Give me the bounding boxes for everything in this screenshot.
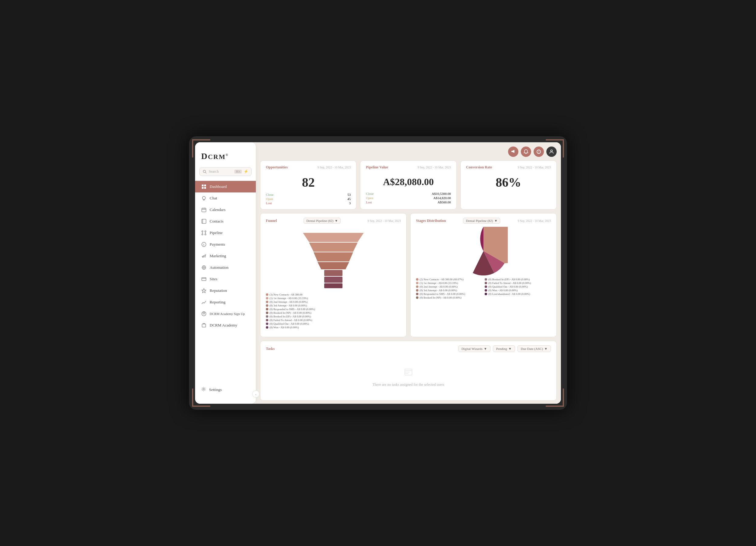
close-value: 53 bbox=[347, 193, 351, 196]
settings-item[interactable]: Settings bbox=[195, 382, 256, 398]
stages-filter-label: Dental Pipeline (82) bbox=[466, 219, 493, 222]
svg-marker-39 bbox=[314, 252, 353, 261]
outer-frame: DCRM® Search ⌘K ⚡ Dashboard bbox=[189, 136, 567, 410]
sidebar-item-payments[interactable]: $ Payments bbox=[195, 239, 256, 250]
funnel-filter-chevron: ▼ bbox=[335, 219, 338, 222]
app-logo: DCRM® bbox=[201, 151, 250, 161]
stages-filter-dropdown[interactable]: Dental Pipeline (82) ▼ bbox=[463, 218, 500, 224]
sidebar-item-dcrm-academy-signup[interactable]: DCRM Academy Sign Up bbox=[195, 308, 256, 320]
open-label: Open bbox=[266, 197, 273, 201]
stages-date: 9 Sep, 2022 - 10 Mar, 2023 bbox=[517, 219, 551, 222]
svg-marker-37 bbox=[303, 233, 364, 242]
sidebar-collapse-button[interactable]: ‹ bbox=[252, 390, 259, 398]
stages-filter-chevron: ▼ bbox=[494, 219, 498, 222]
funnel-legend-item-9: (0) Won - A$ 0.00 (0.00%) bbox=[266, 326, 401, 329]
lost-value: 3 bbox=[349, 201, 351, 205]
svg-text:$: $ bbox=[203, 243, 204, 246]
pie-legend-item-0: (2) New Contacts - A$ 300.00 (66.67%) bbox=[416, 278, 482, 281]
svg-point-6 bbox=[202, 196, 205, 199]
tasks-empty-message: There are no tasks assigned for the sele… bbox=[373, 383, 444, 387]
sidebar-item-dashboard[interactable]: Dashboard bbox=[195, 181, 256, 192]
svg-rect-5 bbox=[204, 187, 206, 189]
automation-icon bbox=[201, 265, 207, 270]
svg-line-1 bbox=[205, 172, 207, 173]
tasks-user-filter[interactable]: Digital Wizards ▼ bbox=[458, 345, 490, 352]
pipeline-value-date: 9 Sep, 2022 - 10 Mar, 2023 bbox=[418, 166, 451, 169]
pie-legend-item-6: (0) Booked In (EP) - A$ 0.00 (0.00%) bbox=[485, 278, 551, 281]
academy-label: DCRM Academy bbox=[210, 323, 237, 328]
corner-decor-tr bbox=[546, 139, 564, 157]
sidebar-item-reporting[interactable]: Reporting bbox=[195, 297, 256, 308]
pv-close-row: Close A$10,5300.00 bbox=[366, 192, 451, 195]
calendars-label: Calendars bbox=[210, 207, 225, 212]
funnel-svg bbox=[294, 230, 373, 291]
funnel-legend-item-7: (0) Failed To Attend - A$ 0.00 (0.00%) bbox=[266, 319, 401, 322]
help-button[interactable]: ? bbox=[534, 146, 544, 157]
megaphone-button[interactable] bbox=[508, 146, 518, 157]
sidebar-item-automation[interactable]: Automation bbox=[195, 262, 256, 273]
search-bolt: ⚡ bbox=[244, 169, 248, 174]
pie-legend-item-10: (0) Lost/abandoned - A$ 0.00 (0.00%) bbox=[485, 293, 551, 296]
funnel-legend-item-6: (0) Booked In (EP) - A$ 0.00 (0.00%) bbox=[266, 315, 401, 318]
sidebar-item-dcrm-academy[interactable]: DCRM Academy bbox=[195, 320, 256, 331]
tasks-user-filter-label: Digital Wizards bbox=[462, 347, 483, 351]
sidebar-item-contacts[interactable]: Contacts bbox=[195, 215, 256, 227]
svg-point-13 bbox=[202, 231, 203, 232]
sidebar-item-calendars[interactable]: Calendars bbox=[195, 204, 256, 215]
funnel-legend-item-1: (1) 1st Attempt - A$ 0.00 (33.33%) bbox=[266, 297, 401, 300]
opportunities-header: Opportunities 9 Sep, 2022 - 10 Mar, 2023 bbox=[266, 165, 351, 170]
main-container: DCRM® Search ⌘K ⚡ Dashboard bbox=[195, 142, 561, 404]
settings-icon bbox=[201, 387, 206, 393]
marketing-label: Marketing bbox=[210, 253, 226, 258]
pv-open-row: Open A$14,820.00 bbox=[366, 196, 451, 200]
sidebar-item-pipeline[interactable]: Pipeline bbox=[195, 227, 256, 239]
tasks-sort-filter-label: Due Date (ASC) bbox=[521, 347, 543, 351]
funnel-date: 9 Sep, 2022 - 10 Mar, 2023 bbox=[367, 219, 401, 222]
opportunities-close-row: Close 53 bbox=[266, 193, 351, 196]
pie-legend-item-1: (1) 1st Attempt - A$ 0.00 (33.33%) bbox=[416, 282, 482, 285]
pv-open-label: Open bbox=[366, 196, 373, 200]
top-bar: ? bbox=[260, 146, 557, 157]
reputation-label: Reputation bbox=[210, 288, 227, 293]
contacts-label: Contacts bbox=[210, 219, 224, 224]
tasks-empty-icon bbox=[404, 367, 413, 379]
sidebar-item-reputation[interactable]: Reputation bbox=[195, 285, 256, 297]
pipeline-value-card: Pipeline Value 9 Sep, 2022 - 10 Mar, 202… bbox=[360, 160, 456, 209]
svg-rect-11 bbox=[202, 219, 206, 223]
pipeline-value-number: A$28,080.00 bbox=[366, 172, 451, 192]
pv-close-label: Close bbox=[366, 192, 373, 195]
main-content: ? Opportunities 9 Sep, 2022 - 10 Mar, 20… bbox=[256, 142, 561, 404]
sidebar-item-sites[interactable]: Sites bbox=[195, 273, 256, 285]
pv-lost-value: A$560.00 bbox=[438, 200, 451, 204]
svg-rect-43 bbox=[324, 283, 342, 288]
tasks-sort-filter[interactable]: Due Date (ASC) ▼ bbox=[517, 345, 551, 352]
opportunities-lost-row: Lost 3 bbox=[266, 201, 351, 205]
sites-icon bbox=[201, 277, 207, 282]
tasks-sort-filter-chevron: ▼ bbox=[544, 347, 548, 351]
svg-point-16 bbox=[205, 234, 206, 235]
bell-button[interactable] bbox=[521, 146, 531, 157]
search-placeholder: Search bbox=[209, 169, 232, 174]
conversion-rate-header: Conversion Rate 9 Sep, 2022 - 10 Mar, 20… bbox=[466, 165, 551, 170]
funnel-legend-item-5: (0) Booked In (NP) - A$ 0.00 (0.00%) bbox=[266, 311, 401, 314]
marketing-icon bbox=[201, 253, 207, 259]
reporting-icon bbox=[201, 300, 207, 305]
svg-rect-41 bbox=[324, 270, 342, 276]
academy-icon bbox=[201, 323, 207, 328]
sidebar-item-marketing[interactable]: Marketing bbox=[195, 250, 256, 262]
tasks-status-filter[interactable]: Pending ▼ bbox=[493, 345, 515, 352]
funnel-legend-item-4: (0) Responded to SMS - A$ 0.00 (0.00%) bbox=[266, 308, 401, 311]
funnel-chart: (3) New Contacts - A$ 300.00 (1) 1st Att… bbox=[266, 227, 401, 333]
funnel-card: Funnel Dental Pipeline (82) ▼ 9 Sep, 202… bbox=[260, 213, 407, 337]
funnel-filter-dropdown[interactable]: Dental Pipeline (82) ▼ bbox=[304, 218, 341, 224]
pipeline-value-title: Pipeline Value bbox=[366, 165, 388, 170]
tasks-filters: Digital Wizards ▼ Pending ▼ Due Date (AS… bbox=[458, 345, 551, 352]
funnel-legend-item-3: (0) 3rd Attempt - A$ 0.00 (0.00%) bbox=[266, 304, 401, 307]
search-bar[interactable]: Search ⌘K ⚡ bbox=[199, 167, 252, 176]
registered-mark: ® bbox=[226, 153, 229, 156]
pie-chart-svg bbox=[459, 227, 508, 276]
sidebar-item-chat[interactable]: Chat bbox=[195, 192, 256, 204]
svg-rect-27 bbox=[202, 278, 206, 281]
pie-chart-container: (2) New Contacts - A$ 300.00 (66.67%) (1… bbox=[416, 227, 551, 299]
opportunities-legend: Close 53 Open 45 Lost 3 bbox=[266, 193, 351, 205]
